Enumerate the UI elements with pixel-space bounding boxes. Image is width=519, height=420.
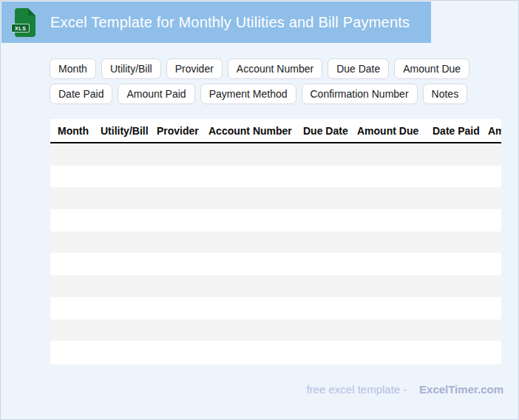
xls-file-icon: XLS <box>15 8 35 37</box>
chip-amount-paid[interactable]: Amount Paid <box>118 84 194 104</box>
col-header-amount-due: Amount Due <box>357 125 432 137</box>
table-body <box>50 143 501 363</box>
table-row <box>50 275 501 297</box>
page-title: Excel Template for Monthly Utilities and… <box>50 14 410 31</box>
column-chip-list: Month Utility/Bill Provider Account Numb… <box>50 58 478 104</box>
table-header-row: Month Utility/Bill Provider Account Numb… <box>50 119 501 143</box>
header-bar: XLS Excel Template for Monthly Utilities… <box>1 1 431 43</box>
col-header-date-paid: Date Paid <box>432 125 488 137</box>
chip-confirmation-number[interactable]: Confirmation Number <box>302 84 418 104</box>
chip-account-number[interactable]: Account Number <box>228 58 322 79</box>
table-row <box>50 143 501 166</box>
table-row <box>50 297 501 319</box>
col-header-account-number: Account Number <box>208 125 303 137</box>
page: XLS Excel Template for Monthly Utilities… <box>0 0 519 420</box>
chip-notes[interactable]: Notes <box>423 84 468 104</box>
chip-due-date[interactable]: Due Date <box>328 58 389 79</box>
chip-payment-method[interactable]: Payment Method <box>200 84 296 104</box>
footer-tagline: free excel template - <box>306 383 407 396</box>
chip-amount-due[interactable]: Amount Due <box>394 58 469 79</box>
col-header-provider: Provider <box>157 125 208 137</box>
chip-date-paid[interactable]: Date Paid <box>50 84 112 104</box>
table-row <box>50 209 501 231</box>
table-row <box>50 319 501 342</box>
document-shape <box>15 8 35 37</box>
col-header-month: Month <box>58 125 101 137</box>
chip-month[interactable]: Month <box>50 58 96 79</box>
table-row <box>50 253 501 275</box>
footer-brand-link[interactable]: ExcelTimer.com <box>419 383 503 396</box>
table-row <box>50 231 501 254</box>
chip-utility-bill[interactable]: Utility/Bill <box>101 58 161 79</box>
table-row <box>50 187 501 209</box>
table-row <box>50 341 501 363</box>
bill-payments-table: Month Utility/Bill Provider Account Numb… <box>50 119 501 365</box>
col-header-due-date: Due Date <box>303 125 357 137</box>
col-header-amount-paid: Amount Paid <box>488 125 501 137</box>
xls-badge: XLS <box>11 24 30 33</box>
col-header-utility-bill: Utility/Bill <box>101 125 157 137</box>
footer: free excel template - ExcelTimer.com <box>306 383 503 396</box>
table-row <box>50 166 501 188</box>
chip-provider[interactable]: Provider <box>166 58 223 79</box>
